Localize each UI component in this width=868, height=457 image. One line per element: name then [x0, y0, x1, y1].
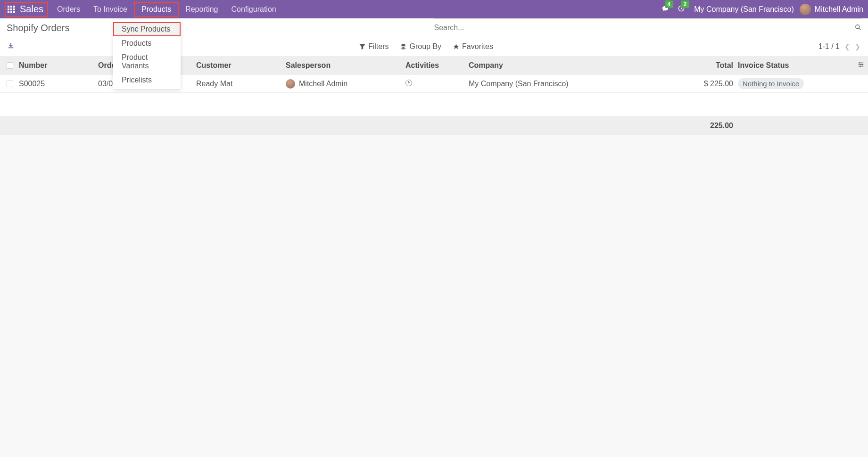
export-button[interactable]	[8, 42, 14, 51]
cell-customer: Ready Mat	[196, 80, 286, 88]
apps-grid-icon	[8, 6, 15, 13]
nav-reporting[interactable]: Reporting	[179, 2, 224, 17]
row-checkbox[interactable]	[7, 81, 13, 87]
star-icon	[453, 43, 459, 50]
pager-next-button[interactable]: ❯	[855, 43, 860, 50]
filters-label: Filters	[368, 42, 389, 51]
col-customer[interactable]: Customer	[196, 61, 286, 70]
nav-products[interactable]: Products	[134, 2, 179, 17]
svg-point-3	[859, 62, 860, 64]
select-all-checkbox[interactable]	[7, 62, 13, 69]
search-input[interactable]	[434, 22, 855, 34]
messages-badge: 4	[665, 0, 674, 8]
user-avatar-icon	[800, 4, 811, 15]
dropdown-product-variants[interactable]: Product Variants	[113, 50, 181, 73]
group-by-label: Group By	[409, 42, 441, 51]
cell-company: My Company (San Francisco)	[469, 80, 639, 88]
filter-icon	[359, 43, 365, 50]
favorites-button[interactable]: Favorites	[453, 42, 493, 51]
cell-salesperson: Mitchell Admin	[299, 80, 347, 88]
svg-point-4	[861, 64, 863, 65]
page-title: Shopify Orders	[7, 23, 69, 33]
cell-total: $ 225.00	[639, 80, 738, 88]
app-name: Sales	[20, 4, 43, 15]
table-spacer	[0, 93, 868, 116]
products-dropdown-menu: Sync Products Products Product Variants …	[113, 20, 181, 89]
table-footer-row: 225.00	[0, 116, 868, 135]
column-settings-button[interactable]	[854, 61, 868, 70]
dropdown-sync-products[interactable]: Sync Products	[113, 22, 181, 36]
user-menu[interactable]: Mitchell Admin	[800, 4, 863, 15]
sliders-icon	[858, 61, 864, 68]
messages-button[interactable]: 4	[662, 5, 669, 14]
svg-point-5	[860, 65, 861, 67]
pager-prev-button[interactable]: ❮	[844, 43, 850, 50]
app-switcher[interactable]: Sales	[5, 2, 48, 17]
activities-badge: 2	[681, 0, 690, 8]
top-navbar: Sales Orders To Invoice Products Reporti…	[0, 0, 868, 18]
user-name: Mitchell Admin	[815, 5, 863, 14]
col-activities[interactable]: Activities	[405, 61, 469, 70]
col-company[interactable]: Company	[469, 61, 639, 70]
dropdown-pricelists[interactable]: Pricelists	[113, 73, 181, 87]
footer-total: 225.00	[25, 122, 868, 130]
cell-number: S00025	[19, 80, 98, 88]
activities-button[interactable]: 2	[678, 5, 685, 14]
filters-button[interactable]: Filters	[359, 42, 389, 51]
favorites-label: Favorites	[462, 42, 493, 51]
activity-clock-icon[interactable]	[405, 80, 412, 86]
pager-text: 1-1 / 1	[818, 42, 840, 51]
svg-line-2	[859, 28, 861, 30]
group-by-button[interactable]: Group By	[400, 42, 441, 51]
col-number[interactable]: Number	[19, 61, 98, 70]
invoice-status-chip: Nothing to Invoice	[738, 78, 804, 89]
nav-to-invoice[interactable]: To Invoice	[87, 2, 134, 17]
salesperson-avatar-icon	[286, 79, 295, 89]
col-salesperson[interactable]: Salesperson	[286, 61, 405, 70]
download-icon	[8, 42, 14, 49]
nav-orders[interactable]: Orders	[50, 2, 87, 17]
company-selector[interactable]: My Company (San Francisco)	[694, 5, 794, 14]
svg-point-1	[856, 24, 860, 28]
col-invoice-status[interactable]: Invoice Status	[738, 61, 854, 70]
dropdown-products[interactable]: Products	[113, 36, 181, 50]
layers-icon	[400, 43, 406, 50]
col-total[interactable]: Total	[639, 61, 738, 70]
search-icon[interactable]	[855, 23, 861, 33]
nav-configuration[interactable]: Configuration	[225, 2, 283, 17]
